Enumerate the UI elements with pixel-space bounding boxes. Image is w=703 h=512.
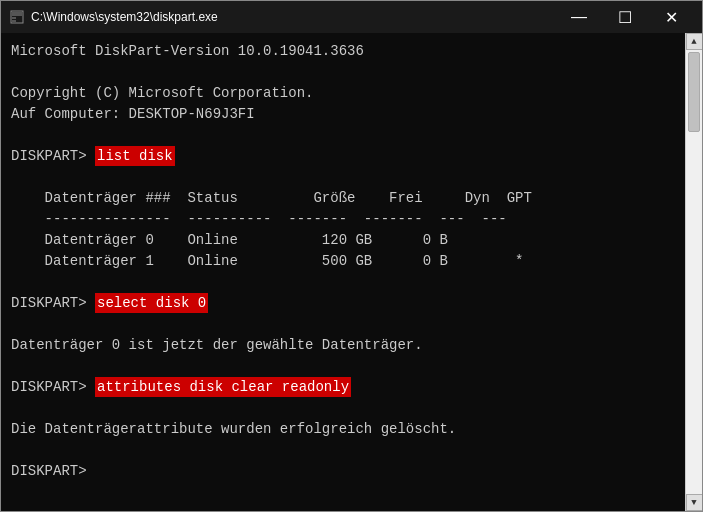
cmd2-highlight: select disk 0 xyxy=(95,293,208,313)
console-line-4: Auf Computer: DESKTOP-N69J3FI xyxy=(11,104,675,125)
console-line-6 xyxy=(11,167,675,188)
console-prompt-1: DISKPART> list disk xyxy=(11,146,675,167)
close-button[interactable]: ✕ xyxy=(648,1,694,33)
scroll-track xyxy=(686,50,702,494)
table-row-2: Datenträger 1 Online 500 GB 0 B * xyxy=(11,251,675,272)
console-line-5 xyxy=(11,125,675,146)
svg-rect-2 xyxy=(12,17,16,19)
svg-rect-1 xyxy=(12,12,22,16)
cmd3-highlight: attributes disk clear readonly xyxy=(95,377,351,397)
console-line-3: Copyright (C) Microsoft Corporation. xyxy=(11,83,675,104)
console-line-9: Datenträger 0 ist jetzt der gewählte Dat… xyxy=(11,335,675,356)
svg-rect-3 xyxy=(12,20,16,22)
console-line-11 xyxy=(11,398,675,419)
table-dash: --------------- ---------- ------- -----… xyxy=(11,209,675,230)
console-prompt-4: DISKPART> xyxy=(11,461,675,482)
scroll-down-button[interactable]: ▼ xyxy=(686,494,703,511)
scroll-thumb[interactable] xyxy=(688,52,700,132)
table-header: Datenträger ### Status Größe Frei Dyn GP… xyxy=(11,188,675,209)
console-line-2 xyxy=(11,62,675,83)
prompt-2-text: DISKPART> xyxy=(11,295,95,311)
minimize-button[interactable]: — xyxy=(556,1,602,33)
console-line-13 xyxy=(11,440,675,461)
title-bar: C:\Windows\system32\diskpart.exe — ☐ ✕ xyxy=(1,1,702,33)
console-line-8 xyxy=(11,314,675,335)
console-area: Microsoft DiskPart-Version 10.0.19041.36… xyxy=(1,33,685,511)
console-line-12: Die Datenträgerattribute wurden erfolgre… xyxy=(11,419,675,440)
prompt-4-text: DISKPART> xyxy=(11,463,95,479)
window-icon xyxy=(9,9,25,25)
console-line-10 xyxy=(11,356,675,377)
cmd1-highlight: list disk xyxy=(95,146,175,166)
table-row-1: Datenträger 0 Online 120 GB 0 B xyxy=(11,230,675,251)
scrollbar[interactable]: ▲ ▼ xyxy=(685,33,702,511)
title-bar-text: C:\Windows\system32\diskpart.exe xyxy=(31,10,556,24)
window-body: Microsoft DiskPart-Version 10.0.19041.36… xyxy=(1,33,702,511)
prompt-3-text: DISKPART> xyxy=(11,379,95,395)
console-line-7 xyxy=(11,272,675,293)
prompt-1-text: DISKPART> xyxy=(11,148,95,164)
maximize-button[interactable]: ☐ xyxy=(602,1,648,33)
console-prompt-2: DISKPART> select disk 0 xyxy=(11,293,675,314)
title-bar-controls: — ☐ ✕ xyxy=(556,1,694,33)
window: C:\Windows\system32\diskpart.exe — ☐ ✕ M… xyxy=(0,0,703,512)
console-prompt-3: DISKPART> attributes disk clear readonly xyxy=(11,377,675,398)
scroll-up-button[interactable]: ▲ xyxy=(686,33,703,50)
console-line-1: Microsoft DiskPart-Version 10.0.19041.36… xyxy=(11,41,675,62)
